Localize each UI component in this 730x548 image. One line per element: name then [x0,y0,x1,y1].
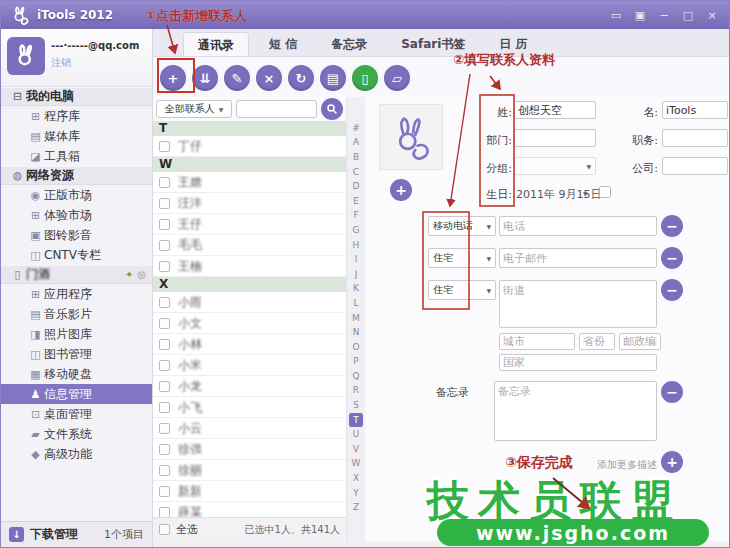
alphabet-letter-I[interactable]: I [349,252,363,267]
alphabet-letter-P[interactable]: P [349,355,363,370]
sidebar-item-音乐影片[interactable]: ▤音乐影片 [1,304,152,324]
logout-link[interactable]: 注销 [51,56,71,70]
contact-row[interactable]: 王嫦 [153,172,346,193]
add-contact-button[interactable]: + [160,65,186,91]
email-input[interactable] [499,248,657,268]
alphabet-letter-E[interactable]: E [349,194,363,209]
device-flash-icon[interactable]: ✦ [125,269,133,280]
contact-checkbox[interactable] [159,507,170,518]
add-avatar-button[interactable]: + [390,179,412,201]
select-all-checkbox[interactable] [159,524,170,535]
contact-checkbox[interactable] [159,177,170,188]
contact-row[interactable]: 小雨 [153,292,346,313]
alphabet-letter-#[interactable]: # [349,121,363,136]
sidebar-item-体验市场[interactable]: ⊞体验市场 [1,205,152,225]
contact-search-input[interactable] [236,100,317,118]
contact-row[interactable]: 新新 [153,481,346,502]
alphabet-letter-A[interactable]: A [349,136,363,151]
contact-checkbox[interactable] [159,486,170,497]
refresh-contacts-button[interactable]: ↻ [288,65,314,91]
contact-avatar[interactable] [379,104,443,170]
tab-备忘录[interactable]: 备忘录 [317,32,381,56]
contact-checkbox[interactable] [159,261,170,272]
contact-row[interactable]: 小飞 [153,397,346,418]
last-name-input[interactable] [514,101,596,119]
alphabet-letter-T[interactable]: T [349,413,363,428]
sidebar-section-header[interactable]: ⊟我的电脑 [1,87,152,106]
alphabet-letter-O[interactable]: O [349,340,363,355]
company-input[interactable] [662,157,728,175]
add-more-fields-button[interactable]: + [661,451,683,473]
alphabet-letter-U[interactable]: U [349,427,363,442]
contact-checkbox[interactable] [159,219,170,230]
address-type-dropdown[interactable]: 住宅 ▼ [428,280,496,300]
sidebar-section-header[interactable]: ◍网络资源 [1,166,152,185]
alphabet-letter-B[interactable]: B [349,150,363,165]
sidebar-item-高级功能[interactable]: ◆高级功能 [1,444,152,464]
minimize-icon[interactable]: − [657,9,671,22]
contact-checkbox[interactable] [159,339,170,350]
skin-icon[interactable]: ▣ [633,9,647,22]
alphabet-letter-Y[interactable]: Y [349,486,363,501]
remove-phone-button[interactable]: − [661,215,683,237]
alphabet-letter-F[interactable]: F [349,209,363,224]
contact-row[interactable]: 王楠 [153,256,346,277]
birthday-checkbox[interactable] [599,186,611,198]
contact-checkbox[interactable] [159,240,170,251]
alphabet-letter-W[interactable]: W [349,457,363,472]
contact-checkbox[interactable] [159,423,170,434]
search-button[interactable] [321,98,343,120]
contact-checkbox[interactable] [159,141,170,152]
sidebar-item-文件系统[interactable]: ▰文件系统 [1,424,152,444]
alphabet-letter-H[interactable]: H [349,238,363,253]
contact-checkbox[interactable] [159,381,170,392]
phone-input[interactable] [499,216,657,236]
contact-checkbox[interactable] [159,198,170,209]
sidebar-device-header[interactable]: ▯门酒✦◎ [1,265,152,284]
contact-checkbox[interactable] [159,297,170,308]
contact-row[interactable]: 小云 [153,418,346,439]
street-input[interactable] [499,280,657,328]
sidebar-item-应用程序[interactable]: ⊞应用程序 [1,284,152,304]
backup-contacts-button[interactable]: ▤ [320,65,346,91]
open-file-button[interactable]: ▱ [384,65,410,91]
sidebar-item-程序库[interactable]: ⊞程序库 [1,106,152,126]
sidebar-item-正版市场[interactable]: ◉正版市场 [1,185,152,205]
contact-row[interactable]: 徐强 [153,439,346,460]
alphabet-letter-K[interactable]: K [349,282,363,297]
contact-row[interactable]: 徐丽 [153,460,346,481]
download-manager-bar[interactable]: ↓ 下载管理 1个项目 [1,521,152,547]
edit-contact-button[interactable]: ✎ [224,65,250,91]
contact-row[interactable]: 小米 [153,355,346,376]
contact-row[interactable]: 薛某 [153,502,346,517]
sidebar-item-工具箱[interactable]: ◪工具箱 [1,146,152,166]
tab-短信[interactable]: 短 信 [255,32,311,56]
first-name-input[interactable] [662,101,728,119]
alphabet-letter-S[interactable]: S [349,398,363,413]
contact-checkbox[interactable] [159,360,170,371]
contact-checkbox[interactable] [159,402,170,413]
alphabet-letter-X[interactable]: X [349,471,363,486]
email-type-dropdown[interactable]: 住宅 ▼ [428,248,496,268]
group-dropdown[interactable]: ▼ [514,157,596,175]
sidebar-item-信息管理[interactable]: ♟信息管理 [1,384,152,404]
alphabet-letter-J[interactable]: J [349,267,363,282]
alphabet-letter-R[interactable]: R [349,384,363,399]
sidebar-item-图书管理[interactable]: ◫图书管理 [1,344,152,364]
province-input[interactable] [579,333,615,350]
contact-checkbox[interactable] [159,318,170,329]
sync-to-device-button[interactable]: ▯ [352,65,378,91]
tab-通讯录[interactable]: 通讯录 [183,32,249,56]
alphabet-letter-Q[interactable]: Q [349,369,363,384]
close-icon[interactable]: × [705,9,719,22]
alphabet-letter-Z[interactable]: Z [349,500,363,515]
alphabet-letter-G[interactable]: G [349,223,363,238]
contact-row[interactable]: 小龙 [153,376,346,397]
contact-filter-dropdown[interactable]: 全部联系人 ▼ [156,100,232,118]
phone-type-dropdown[interactable]: 移动电话 ▼ [428,216,496,236]
alphabet-letter-N[interactable]: N [349,325,363,340]
import-contacts-button[interactable]: ⇊ [192,65,218,91]
delete-contact-button[interactable]: × [256,65,282,91]
alphabet-letter-L[interactable]: L [349,296,363,311]
sidebar-item-照片图库[interactable]: ◨照片图库 [1,324,152,344]
